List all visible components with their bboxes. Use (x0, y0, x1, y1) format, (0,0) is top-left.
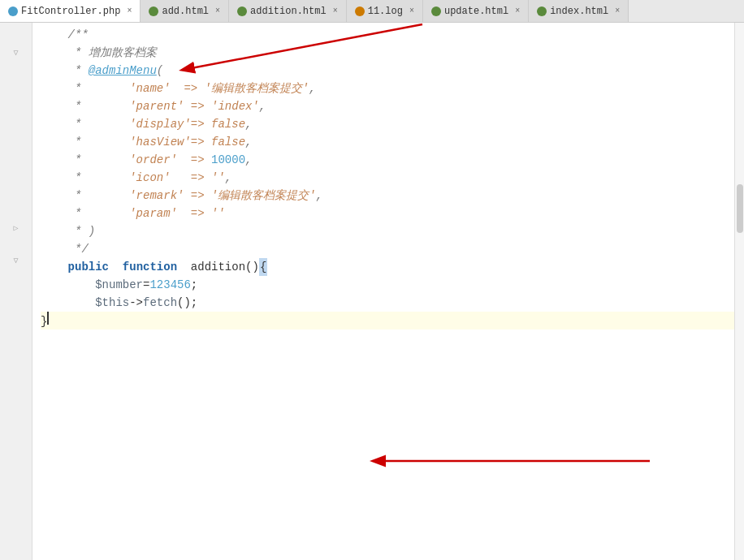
cursor (47, 312, 49, 325)
tab-label: add.html (162, 6, 209, 17)
tab-label: update.html (444, 6, 508, 17)
tab-label: index.html (550, 6, 608, 17)
code-line: $number=123456; (41, 276, 744, 294)
code-line: * 增加散客档案 (41, 44, 744, 62)
tab-bar: FitController.php × add.html × addition.… (0, 0, 744, 23)
code-line: $this->fetch(); (41, 294, 744, 312)
fold-arrow-3[interactable]: ▽ (11, 255, 22, 266)
code-area[interactable]: /** * 增加散客档案 * @adminMenu( * 'name' => '… (32, 23, 744, 560)
code-line: * @adminMenu( (41, 62, 744, 80)
tab-icon (149, 6, 158, 16)
code-line: * ) (41, 222, 744, 240)
code-line: /** (41, 26, 744, 44)
fold-arrow-bottom[interactable]: ▷ (11, 222, 22, 234)
tab-icon (237, 6, 247, 16)
code-line: * 'parent' => 'index', (41, 97, 744, 115)
scrollbar[interactable] (734, 23, 744, 560)
tab-update[interactable]: update.html × (423, 0, 529, 23)
scrollbar-thumb[interactable] (737, 184, 743, 233)
tab-close[interactable]: × (515, 6, 520, 15)
tab-index[interactable]: index.html × (529, 0, 629, 23)
code-line: */ (41, 240, 744, 258)
code-line: * 'display'=> false, (41, 115, 744, 133)
code-line: } (41, 312, 744, 330)
tab-icon (8, 6, 18, 16)
tab-icon (431, 6, 441, 16)
tab-label: FitController.php (21, 6, 120, 17)
tab-fitcontroller[interactable]: FitController.php × (0, 0, 141, 23)
tab-close[interactable]: × (215, 6, 220, 15)
editor: ▽ ▷ ▽ /** * 增加散客档案 * @adminMenu( * 'name (0, 23, 744, 560)
tab-close[interactable]: × (615, 6, 620, 15)
code-line: * 'icon' => '', (41, 169, 744, 187)
tab-close[interactable]: × (333, 6, 338, 15)
tab-label: addition.html (250, 6, 327, 17)
fold-arrow-top[interactable]: ▽ (11, 47, 22, 58)
tab-log[interactable]: 11.log × (347, 0, 423, 23)
tab-close[interactable]: × (409, 6, 414, 15)
tab-addition[interactable]: addition.html × (229, 0, 347, 23)
tab-close[interactable]: × (127, 6, 132, 15)
code-line: * 'param' => '' (41, 205, 744, 222)
code-line: * 'order' => 10000, (41, 151, 744, 169)
tab-icon (355, 6, 365, 16)
gutter: ▽ ▷ ▽ (0, 23, 32, 560)
code-line: * 'hasView'=> false, (41, 133, 744, 151)
code-line: * 'name' => '编辑散客档案提交', (41, 80, 744, 97)
tab-add[interactable]: add.html × (141, 0, 229, 23)
code-line: * 'remark' => '编辑散客档案提交', (41, 187, 744, 205)
tab-icon (537, 6, 547, 16)
tab-label: 11.log (368, 6, 403, 17)
code-line: public function addition(){ (41, 258, 744, 276)
